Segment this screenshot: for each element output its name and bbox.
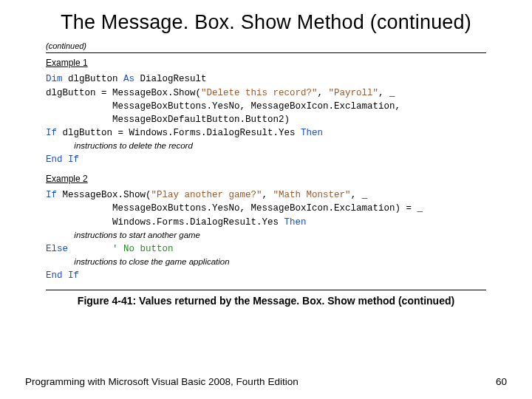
code-text: dlgButton [63,74,124,84]
string-literal: "Payroll" [329,88,379,98]
code-text [63,270,69,281]
code-text: dlgButton = MessageBox.Show( [46,88,201,98]
code-text: Windows.Forms.DialogResult.Yes [46,217,284,228]
slide: The Message. Box. Show Method (continued… [0,0,532,399]
string-literal: "Delete this record?" [201,88,318,98]
code-comment: ' No button [112,244,174,254]
separator-bottom [46,290,486,290]
slide-title: The Message. Box. Show Method (continued… [25,10,507,34]
footer-text: Programming with Microsoft Visual Basic … [25,376,299,387]
keyword-dim: Dim [46,74,63,84]
code-text [68,244,112,254]
keyword-end: End [46,154,63,165]
code-text: DialogResult [134,74,207,84]
string-literal: "Math Monster" [273,190,351,200]
keyword-then: Then [301,128,323,138]
code-text: dlgButton = Windows.Forms.DialogResult.Y… [57,128,301,138]
code-text: MessageBoxDefaultButton.Button2) [46,115,290,125]
string-literal: "Play another game?" [151,190,262,200]
code-text: MessageBoxButtons.YesNo, MessageBoxIcon.… [46,101,400,112]
keyword-else: Else [46,244,68,254]
pseudo-instruction: instructions to delete the record [46,141,193,150]
keyword-if: If [46,128,57,138]
code-text: , [262,190,273,200]
separator-top [46,52,486,53]
code-text: MessageBoxButtons.YesNo, MessageBoxIcon.… [46,203,423,214]
pseudo-instruction: instructions to start another game [46,231,200,239]
example-1-code: Dim dlgButton As DialogResult dlgButton … [46,72,507,166]
code-text: , _ [351,190,368,200]
example-2-code: If MessageBox.Show("Play another game?",… [46,188,507,282]
keyword-then: Then [284,217,307,228]
example-1-label: Example 1 [46,58,507,68]
continued-note: (continued) [46,41,507,50]
keyword-if: If [46,190,57,200]
keyword-if: If [68,154,79,165]
page-number: 60 [496,376,507,387]
keyword-if: If [68,270,79,281]
pseudo-instruction: instructions to close the game applicati… [46,257,230,266]
code-text: MessageBox.Show( [57,190,151,200]
figure-caption: Figure 4-41: Values returned by the Mess… [25,295,507,308]
footer: Programming with Microsoft Visual Basic … [25,376,507,387]
code-text [63,154,69,165]
code-text: , _ [378,88,395,98]
keyword-as: As [123,74,134,84]
keyword-end: End [46,270,63,281]
example-2-label: Example 2 [46,174,507,184]
code-text: , [318,88,329,98]
